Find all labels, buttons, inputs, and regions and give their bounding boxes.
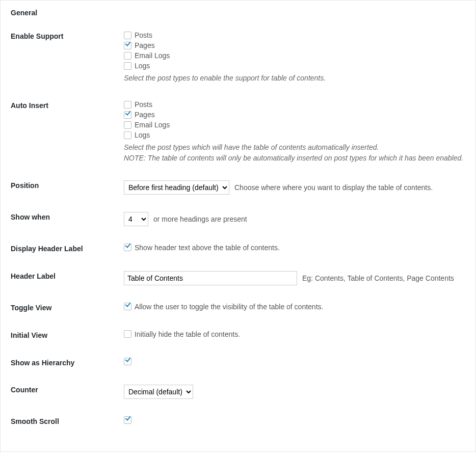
auto-insert-helper-line2: NOTE: The table of contents will only be…	[124, 153, 465, 163]
auto-insert-logs-label: Logs	[135, 131, 150, 139]
row-smooth-scroll: Smooth Scroll	[11, 416, 465, 426]
row-initial-view: Initial View Initially hide the table of…	[11, 330, 465, 340]
auto-insert-posts-checkbox[interactable]	[124, 101, 131, 109]
row-show-hierarchy: Show as Hierarchy	[11, 358, 465, 367]
enable-support-logs-label: Logs	[135, 62, 150, 70]
enable-support-pages-checkbox[interactable]	[124, 42, 131, 49]
auto-insert-logs-checkbox[interactable]	[124, 131, 131, 139]
label-toggle-view: Toggle View	[11, 303, 124, 312]
enable-support-posts-checkbox[interactable]	[124, 32, 131, 39]
panel-title: General	[11, 9, 465, 17]
row-counter: Counter Decimal (default)	[11, 385, 465, 399]
row-show-when: Show when 4 or more headings are present	[11, 212, 465, 226]
auto-insert-pages-checkbox[interactable]	[124, 111, 131, 119]
auto-insert-pages-label: Pages	[135, 111, 155, 119]
row-auto-insert: Auto Insert Posts Pages Email Logs Logs …	[11, 100, 465, 163]
initial-view-hint: Initially hide the table of contents.	[135, 330, 240, 338]
row-display-header-label: Display Header Label Show header text ab…	[11, 244, 465, 254]
auto-insert-email-logs-label: Email Logs	[135, 121, 170, 129]
enable-support-pages-label: Pages	[135, 41, 155, 49]
show-when-hint: or more headings are present	[153, 215, 247, 223]
toggle-view-checkbox[interactable]	[124, 303, 131, 310]
enable-support-email-logs-checkbox[interactable]	[124, 52, 131, 60]
display-header-label-hint: Show header text above the table of cont…	[135, 244, 280, 252]
display-header-label-checkbox[interactable]	[124, 244, 131, 251]
smooth-scroll-checkbox[interactable]	[124, 416, 131, 424]
row-header-label: Header Label Eg: Contents, Table of Cont…	[11, 271, 465, 285]
auto-insert-helper: Select the post types which will have th…	[124, 142, 465, 163]
enable-support-logs-checkbox[interactable]	[124, 62, 131, 70]
header-label-input[interactable]	[124, 271, 297, 285]
label-header-label: Header Label	[11, 271, 124, 280]
header-label-hint: Eg: Contents, Table of Contents, Page Co…	[302, 274, 454, 282]
auto-insert-posts-label: Posts	[135, 100, 152, 109]
general-settings-panel: General Enable Support Posts Pages Email…	[0, 0, 476, 452]
label-initial-view: Initial View	[11, 330, 124, 339]
label-position: Position	[11, 180, 124, 190]
enable-support-email-logs-label: Email Logs	[135, 51, 170, 60]
label-show-when: Show when	[11, 212, 124, 221]
label-enable-support: Enable Support	[11, 31, 124, 40]
enable-support-posts-label: Posts	[135, 31, 152, 39]
position-select[interactable]: Before first heading (default)	[124, 180, 229, 195]
counter-select[interactable]: Decimal (default)	[124, 385, 193, 399]
label-smooth-scroll: Smooth Scroll	[11, 416, 124, 425]
row-position: Position Before first heading (default) …	[11, 180, 465, 195]
auto-insert-email-logs-checkbox[interactable]	[124, 121, 131, 129]
label-show-hierarchy: Show as Hierarchy	[11, 358, 124, 367]
show-hierarchy-checkbox[interactable]	[124, 358, 131, 365]
toggle-view-hint: Allow the user to toggle the visibility …	[135, 303, 323, 311]
show-when-select[interactable]: 4	[124, 212, 148, 226]
auto-insert-helper-line1: Select the post types which will have th…	[124, 143, 379, 151]
enable-support-helper: Select the post types to enable the supp…	[124, 73, 465, 83]
label-auto-insert: Auto Insert	[11, 100, 124, 110]
position-hint: Choose where where you want to display t…	[234, 183, 433, 192]
label-display-header-label: Display Header Label	[11, 244, 124, 253]
initial-view-checkbox[interactable]	[124, 330, 131, 338]
row-toggle-view: Toggle View Allow the user to toggle the…	[11, 303, 465, 313]
row-enable-support: Enable Support Posts Pages Email Logs Lo…	[11, 31, 465, 83]
label-counter: Counter	[11, 385, 124, 394]
